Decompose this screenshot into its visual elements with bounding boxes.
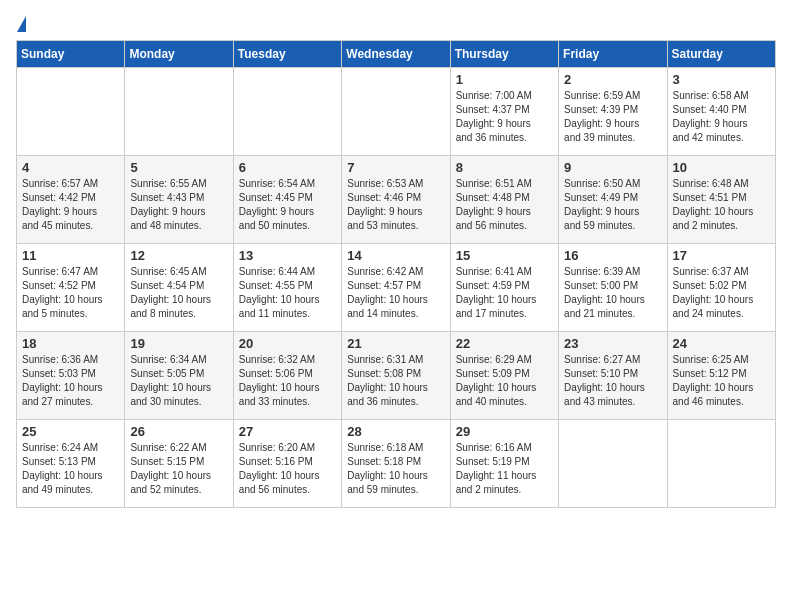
- cell-content: Sunrise: 6:41 AM Sunset: 4:59 PM Dayligh…: [456, 265, 553, 321]
- day-number: 1: [456, 72, 553, 87]
- cell-content: Sunrise: 6:29 AM Sunset: 5:09 PM Dayligh…: [456, 353, 553, 409]
- calendar-week-5: 25Sunrise: 6:24 AM Sunset: 5:13 PM Dayli…: [17, 420, 776, 508]
- calendar-week-1: 1Sunrise: 7:00 AM Sunset: 4:37 PM Daylig…: [17, 68, 776, 156]
- column-header-sunday: Sunday: [17, 41, 125, 68]
- cell-content: Sunrise: 6:36 AM Sunset: 5:03 PM Dayligh…: [22, 353, 119, 409]
- column-header-friday: Friday: [559, 41, 667, 68]
- calendar-cell: 5Sunrise: 6:55 AM Sunset: 4:43 PM Daylig…: [125, 156, 233, 244]
- day-number: 9: [564, 160, 661, 175]
- day-number: 21: [347, 336, 444, 351]
- calendar-cell: 12Sunrise: 6:45 AM Sunset: 4:54 PM Dayli…: [125, 244, 233, 332]
- column-header-monday: Monday: [125, 41, 233, 68]
- day-number: 27: [239, 424, 336, 439]
- day-number: 29: [456, 424, 553, 439]
- calendar-table: SundayMondayTuesdayWednesdayThursdayFrid…: [16, 40, 776, 508]
- calendar-cell: [342, 68, 450, 156]
- calendar-cell: 8Sunrise: 6:51 AM Sunset: 4:48 PM Daylig…: [450, 156, 558, 244]
- cell-content: Sunrise: 6:39 AM Sunset: 5:00 PM Dayligh…: [564, 265, 661, 321]
- day-number: 28: [347, 424, 444, 439]
- calendar-week-2: 4Sunrise: 6:57 AM Sunset: 4:42 PM Daylig…: [17, 156, 776, 244]
- calendar-cell: 23Sunrise: 6:27 AM Sunset: 5:10 PM Dayli…: [559, 332, 667, 420]
- logo: [16, 16, 28, 32]
- column-header-saturday: Saturday: [667, 41, 775, 68]
- calendar-cell: 27Sunrise: 6:20 AM Sunset: 5:16 PM Dayli…: [233, 420, 341, 508]
- calendar-cell: 16Sunrise: 6:39 AM Sunset: 5:00 PM Dayli…: [559, 244, 667, 332]
- cell-content: Sunrise: 6:24 AM Sunset: 5:13 PM Dayligh…: [22, 441, 119, 497]
- cell-content: Sunrise: 6:22 AM Sunset: 5:15 PM Dayligh…: [130, 441, 227, 497]
- day-number: 24: [673, 336, 770, 351]
- day-number: 6: [239, 160, 336, 175]
- calendar-cell: 7Sunrise: 6:53 AM Sunset: 4:46 PM Daylig…: [342, 156, 450, 244]
- calendar-body: 1Sunrise: 7:00 AM Sunset: 4:37 PM Daylig…: [17, 68, 776, 508]
- cell-content: Sunrise: 6:47 AM Sunset: 4:52 PM Dayligh…: [22, 265, 119, 321]
- cell-content: Sunrise: 6:54 AM Sunset: 4:45 PM Dayligh…: [239, 177, 336, 233]
- calendar-cell: [233, 68, 341, 156]
- column-header-thursday: Thursday: [450, 41, 558, 68]
- day-number: 10: [673, 160, 770, 175]
- day-number: 22: [456, 336, 553, 351]
- cell-content: Sunrise: 6:50 AM Sunset: 4:49 PM Dayligh…: [564, 177, 661, 233]
- calendar-week-3: 11Sunrise: 6:47 AM Sunset: 4:52 PM Dayli…: [17, 244, 776, 332]
- day-number: 4: [22, 160, 119, 175]
- cell-content: Sunrise: 6:34 AM Sunset: 5:05 PM Dayligh…: [130, 353, 227, 409]
- cell-content: Sunrise: 6:20 AM Sunset: 5:16 PM Dayligh…: [239, 441, 336, 497]
- calendar-cell: 22Sunrise: 6:29 AM Sunset: 5:09 PM Dayli…: [450, 332, 558, 420]
- calendar-week-4: 18Sunrise: 6:36 AM Sunset: 5:03 PM Dayli…: [17, 332, 776, 420]
- day-number: 20: [239, 336, 336, 351]
- calendar-cell: 26Sunrise: 6:22 AM Sunset: 5:15 PM Dayli…: [125, 420, 233, 508]
- cell-content: Sunrise: 6:59 AM Sunset: 4:39 PM Dayligh…: [564, 89, 661, 145]
- cell-content: Sunrise: 6:16 AM Sunset: 5:19 PM Dayligh…: [456, 441, 553, 497]
- page-header: [16, 16, 776, 32]
- calendar-cell: [559, 420, 667, 508]
- day-number: 5: [130, 160, 227, 175]
- cell-content: Sunrise: 6:45 AM Sunset: 4:54 PM Dayligh…: [130, 265, 227, 321]
- calendar-cell: 20Sunrise: 6:32 AM Sunset: 5:06 PM Dayli…: [233, 332, 341, 420]
- calendar-cell: 18Sunrise: 6:36 AM Sunset: 5:03 PM Dayli…: [17, 332, 125, 420]
- calendar-cell: 21Sunrise: 6:31 AM Sunset: 5:08 PM Dayli…: [342, 332, 450, 420]
- calendar-cell: [125, 68, 233, 156]
- day-number: 14: [347, 248, 444, 263]
- cell-content: Sunrise: 6:37 AM Sunset: 5:02 PM Dayligh…: [673, 265, 770, 321]
- cell-content: Sunrise: 6:55 AM Sunset: 4:43 PM Dayligh…: [130, 177, 227, 233]
- calendar-cell: 10Sunrise: 6:48 AM Sunset: 4:51 PM Dayli…: [667, 156, 775, 244]
- calendar-cell: 11Sunrise: 6:47 AM Sunset: 4:52 PM Dayli…: [17, 244, 125, 332]
- calendar-cell: [667, 420, 775, 508]
- day-number: 7: [347, 160, 444, 175]
- cell-content: Sunrise: 6:18 AM Sunset: 5:18 PM Dayligh…: [347, 441, 444, 497]
- cell-content: Sunrise: 6:51 AM Sunset: 4:48 PM Dayligh…: [456, 177, 553, 233]
- day-number: 18: [22, 336, 119, 351]
- day-number: 8: [456, 160, 553, 175]
- calendar-cell: 3Sunrise: 6:58 AM Sunset: 4:40 PM Daylig…: [667, 68, 775, 156]
- cell-content: Sunrise: 6:31 AM Sunset: 5:08 PM Dayligh…: [347, 353, 444, 409]
- calendar-cell: 28Sunrise: 6:18 AM Sunset: 5:18 PM Dayli…: [342, 420, 450, 508]
- day-number: 2: [564, 72, 661, 87]
- calendar-cell: 24Sunrise: 6:25 AM Sunset: 5:12 PM Dayli…: [667, 332, 775, 420]
- calendar-cell: 1Sunrise: 7:00 AM Sunset: 4:37 PM Daylig…: [450, 68, 558, 156]
- calendar-cell: 15Sunrise: 6:41 AM Sunset: 4:59 PM Dayli…: [450, 244, 558, 332]
- cell-content: Sunrise: 6:32 AM Sunset: 5:06 PM Dayligh…: [239, 353, 336, 409]
- calendar-cell: 2Sunrise: 6:59 AM Sunset: 4:39 PM Daylig…: [559, 68, 667, 156]
- calendar-cell: 6Sunrise: 6:54 AM Sunset: 4:45 PM Daylig…: [233, 156, 341, 244]
- cell-content: Sunrise: 6:27 AM Sunset: 5:10 PM Dayligh…: [564, 353, 661, 409]
- calendar-header: SundayMondayTuesdayWednesdayThursdayFrid…: [17, 41, 776, 68]
- calendar-cell: 29Sunrise: 6:16 AM Sunset: 5:19 PM Dayli…: [450, 420, 558, 508]
- calendar-cell: 19Sunrise: 6:34 AM Sunset: 5:05 PM Dayli…: [125, 332, 233, 420]
- calendar-cell: [17, 68, 125, 156]
- day-number: 19: [130, 336, 227, 351]
- cell-content: Sunrise: 6:57 AM Sunset: 4:42 PM Dayligh…: [22, 177, 119, 233]
- day-number: 17: [673, 248, 770, 263]
- cell-content: Sunrise: 6:44 AM Sunset: 4:55 PM Dayligh…: [239, 265, 336, 321]
- cell-content: Sunrise: 6:58 AM Sunset: 4:40 PM Dayligh…: [673, 89, 770, 145]
- header-row: SundayMondayTuesdayWednesdayThursdayFrid…: [17, 41, 776, 68]
- day-number: 25: [22, 424, 119, 439]
- cell-content: Sunrise: 6:48 AM Sunset: 4:51 PM Dayligh…: [673, 177, 770, 233]
- day-number: 12: [130, 248, 227, 263]
- day-number: 15: [456, 248, 553, 263]
- cell-content: Sunrise: 6:25 AM Sunset: 5:12 PM Dayligh…: [673, 353, 770, 409]
- cell-content: Sunrise: 6:53 AM Sunset: 4:46 PM Dayligh…: [347, 177, 444, 233]
- column-header-tuesday: Tuesday: [233, 41, 341, 68]
- calendar-cell: 17Sunrise: 6:37 AM Sunset: 5:02 PM Dayli…: [667, 244, 775, 332]
- calendar-cell: 9Sunrise: 6:50 AM Sunset: 4:49 PM Daylig…: [559, 156, 667, 244]
- day-number: 11: [22, 248, 119, 263]
- cell-content: Sunrise: 7:00 AM Sunset: 4:37 PM Dayligh…: [456, 89, 553, 145]
